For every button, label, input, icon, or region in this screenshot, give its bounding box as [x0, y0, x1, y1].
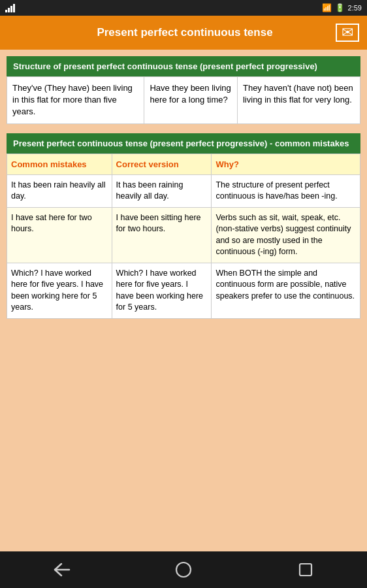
recent-button[interactable] — [286, 557, 325, 583]
structure-cell-3: They haven't (have not) been living in t… — [237, 77, 360, 124]
main-content: Structure of present perfect continuous … — [0, 50, 367, 551]
bottom-nav — [0, 551, 367, 588]
structure-cell-1: They've (They have) been living in this … — [7, 77, 144, 124]
wifi-icon: 📶 — [322, 3, 332, 12]
battery-icon: 🔋 — [335, 3, 345, 12]
home-icon — [175, 561, 192, 578]
cell-why-0: The structure of present perfect continu… — [212, 174, 360, 207]
app-header: Present perfect continuous tense ✉ — [0, 16, 367, 50]
mail-icon[interactable]: ✉ — [336, 24, 359, 42]
back-button[interactable] — [42, 557, 81, 583]
cell-mistake-0: It has been rain heavily all day. — [7, 174, 112, 207]
table-row: It has been rain heavily all day.It has … — [7, 174, 360, 207]
cell-correct-0: It has been raining heavily all day. — [112, 174, 212, 207]
table-row: Which? I have worked here for five years… — [7, 263, 360, 318]
cell-mistake-1: I have sat here for two hours. — [7, 207, 112, 263]
structure-table: They've (They have) been living in this … — [7, 76, 360, 124]
status-bar: 📶 🔋 2:59 — [0, 0, 367, 16]
mistakes-table: Common mistakes Correct version Why? It … — [7, 154, 360, 319]
table-row: I have sat here for two hours.I have bee… — [7, 207, 360, 263]
cell-why-1: Verbs such as sit, wait, speak, etc. (no… — [212, 207, 360, 263]
cell-why-2: When BOTH the simple and continuous form… — [212, 263, 360, 318]
structure-section: Structure of present perfect continuous … — [7, 56, 360, 124]
col-header-mistakes: Common mistakes — [7, 154, 112, 174]
back-icon — [52, 563, 71, 577]
recent-icon — [298, 563, 313, 577]
svg-point-1 — [176, 563, 191, 577]
cell-mistake-2: Which? I have worked here for five years… — [7, 263, 112, 318]
structure-cell-2: Have they been living here for a long ti… — [144, 77, 237, 124]
col-header-why: Why? — [212, 154, 360, 174]
col-header-correct: Correct version — [112, 154, 212, 174]
mistakes-section: Present perfect continuous tense (presen… — [7, 133, 360, 319]
status-time: 2:59 — [348, 4, 362, 12]
home-button[interactable] — [164, 557, 203, 583]
page-title: Present perfect continuous tense — [34, 26, 336, 39]
cell-correct-1: I have been sitting here for two hours. — [112, 207, 212, 263]
signal-icon — [5, 4, 15, 12]
mistakes-heading: Present perfect continuous tense (presen… — [7, 133, 360, 154]
structure-heading: Structure of present perfect continuous … — [7, 56, 360, 76]
svg-rect-2 — [300, 564, 311, 576]
status-left — [5, 4, 15, 12]
status-right: 📶 🔋 2:59 — [322, 3, 362, 12]
cell-correct-2: Which? I have worked here for five years… — [112, 263, 212, 318]
